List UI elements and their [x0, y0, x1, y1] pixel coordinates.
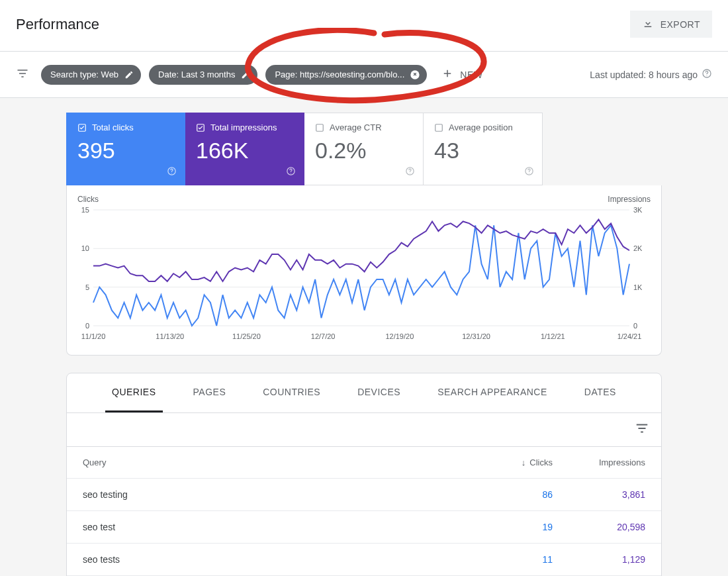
card-position-value: 43	[434, 138, 531, 164]
cell-query: seo testing	[67, 479, 476, 511]
cell-clicks: 11	[476, 544, 569, 576]
card-position-label: Average position	[449, 122, 513, 132]
svg-text:0: 0	[633, 322, 637, 330]
chip-date[interactable]: Date: Last 3 months	[149, 65, 257, 85]
svg-text:11/25/20: 11/25/20	[232, 332, 261, 340]
svg-text:5: 5	[85, 283, 89, 291]
col-query[interactable]: Query	[67, 447, 476, 479]
cell-impressions: 20,598	[569, 511, 661, 544]
chart-panel: Clicks Impressions 05101501K2K3K11/1/201…	[66, 185, 662, 356]
filter-list-icon[interactable]	[635, 421, 649, 438]
card-impressions-value: 166K	[196, 138, 293, 164]
page-header: Performance EXPORT	[0, 0, 728, 52]
checkbox-checked-icon	[77, 123, 87, 132]
tab-queries[interactable]: QUERIES	[105, 373, 163, 412]
svg-point-11	[410, 173, 410, 173]
card-ctr-value: 0.2%	[315, 138, 412, 164]
filter-bar: Search type: Web Date: Last 3 months Pag…	[0, 52, 728, 98]
export-button[interactable]: EXPORT	[630, 11, 712, 38]
svg-text:1/12/21: 1/12/21	[541, 332, 565, 340]
page-title: Performance	[16, 16, 99, 33]
export-label: EXPORT	[660, 19, 700, 30]
close-icon[interactable]	[410, 70, 420, 80]
svg-point-5	[171, 173, 172, 173]
tab-pages[interactable]: PAGES	[187, 373, 233, 412]
svg-text:0: 0	[85, 322, 89, 330]
tab-devices[interactable]: DEVICES	[351, 373, 407, 412]
cell-query: seo tests	[67, 544, 476, 576]
svg-rect-12	[435, 124, 443, 131]
help-icon[interactable]	[286, 166, 296, 178]
content-area: Total clicks 395 Total impressions 166K	[0, 98, 728, 576]
tab-search-appearance[interactable]: SEARCH APPEARANCE	[431, 373, 554, 412]
svg-text:2K: 2K	[633, 244, 643, 252]
help-icon[interactable]	[702, 68, 712, 81]
checkbox-unchecked-icon	[315, 123, 324, 132]
card-impressions[interactable]: Total impressions 166K	[185, 113, 304, 185]
card-ctr-label: Average CTR	[330, 122, 382, 132]
last-updated-text: Last updated: 8 hours ago	[590, 70, 698, 80]
svg-point-2	[706, 75, 707, 76]
svg-text:3K: 3K	[633, 207, 643, 214]
svg-text:12/31/20: 12/31/20	[462, 332, 490, 340]
table-toolbar	[67, 413, 661, 447]
svg-rect-9	[316, 124, 324, 131]
add-filter-button[interactable]: NEW	[435, 64, 489, 85]
col-clicks[interactable]: ↓Clicks	[476, 447, 569, 479]
table-row[interactable]: seo testing863,861	[67, 479, 661, 511]
col-impressions[interactable]: Impressions	[569, 447, 661, 479]
cell-query: seo test	[67, 511, 476, 544]
cell-clicks: 86	[476, 479, 569, 511]
chip-search-type[interactable]: Search type: Web	[41, 65, 141, 85]
table-row[interactable]: seo test1920,598	[67, 511, 661, 544]
tab-dates[interactable]: DATES	[578, 373, 623, 412]
pencil-icon	[124, 70, 134, 80]
card-ctr[interactable]: Average CTR 0.2%	[304, 113, 424, 185]
svg-text:1K: 1K	[633, 283, 643, 291]
svg-text:12/19/20: 12/19/20	[385, 332, 414, 340]
svg-text:15: 15	[81, 207, 89, 214]
chart-right-axis-label: Impressions	[608, 195, 651, 204]
chip-label: Search type: Web	[50, 70, 118, 79]
tab-countries[interactable]: COUNTRIES	[256, 373, 327, 412]
svg-text:11/1/20: 11/1/20	[81, 332, 106, 340]
chip-label: Date: Last 3 months	[158, 70, 235, 79]
chart-left-axis-label: Clicks	[77, 195, 99, 204]
card-position[interactable]: Average position 43	[424, 113, 543, 185]
line-chart: 05101501K2K3K11/1/2011/13/2011/25/2012/7…	[73, 207, 656, 346]
queries-table: Query ↓Clicks Impressions seo testing863…	[67, 447, 661, 576]
pencil-icon	[240, 70, 251, 80]
svg-point-14	[529, 173, 529, 173]
svg-text:12/7/20: 12/7/20	[311, 332, 336, 340]
checkbox-checked-icon	[196, 123, 205, 132]
table-header-row: Query ↓Clicks Impressions	[67, 447, 661, 479]
download-icon	[642, 17, 654, 31]
card-impressions-label: Total impressions	[210, 122, 277, 132]
chip-label: Page: https://seotesting.com/blo...	[275, 70, 404, 79]
table-row[interactable]: seo tests111,129	[67, 544, 661, 576]
cell-impressions: 1,129	[569, 544, 661, 576]
svg-text:10: 10	[81, 244, 89, 252]
help-icon[interactable]	[524, 166, 534, 178]
tabs-row: QUERIES PAGES COUNTRIES DEVICES SEARCH A…	[67, 373, 661, 413]
cell-impressions: 3,861	[569, 479, 661, 511]
arrow-down-icon: ↓	[522, 457, 526, 467]
filter-icon[interactable]	[16, 67, 29, 83]
help-icon[interactable]	[405, 166, 415, 178]
svg-text:11/13/20: 11/13/20	[156, 332, 184, 340]
cell-clicks: 19	[476, 511, 569, 544]
tabs-panel: QUERIES PAGES COUNTRIES DEVICES SEARCH A…	[66, 373, 662, 576]
card-clicks-value: 395	[77, 138, 174, 164]
card-clicks[interactable]: Total clicks 395	[66, 113, 185, 185]
checkbox-unchecked-icon	[434, 123, 443, 132]
chip-page[interactable]: Page: https://seotesting.com/blo...	[265, 65, 427, 85]
svg-text:1/24/21: 1/24/21	[617, 332, 642, 340]
new-label: NEW	[460, 70, 482, 80]
plus-icon	[441, 68, 453, 81]
svg-point-8	[291, 173, 291, 173]
help-icon[interactable]	[167, 166, 177, 178]
metric-cards: Total clicks 395 Total impressions 166K	[66, 113, 662, 185]
card-clicks-label: Total clicks	[92, 122, 134, 132]
last-updated: Last updated: 8 hours ago	[590, 68, 712, 81]
